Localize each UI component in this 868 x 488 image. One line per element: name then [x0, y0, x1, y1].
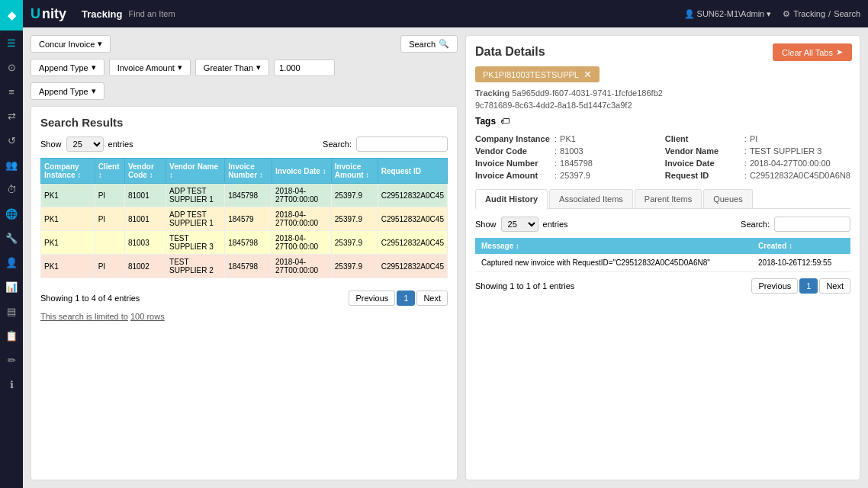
company-instance-label: Company Instance — [475, 134, 551, 143]
search-icon: 🔍 — [439, 39, 449, 49]
sidebar-item-grid[interactable]: ▤ — [0, 299, 23, 323]
detail-vendor-code: Vendor Code : 81003 — [475, 146, 657, 156]
sidebar-item-edit[interactable]: ✏ — [0, 348, 23, 372]
breadcrumb-sep: / — [828, 9, 831, 19]
sidebar-item-info[interactable]: ℹ — [0, 372, 23, 396]
prev-button[interactable]: Previous — [349, 291, 395, 306]
sidebar: ◆ ☰ ⊙ ≡ ⇄ ↺ 👥 ⏱ 🌐 🔧 👤 📊 ▤ 📋 ✏ ℹ — [0, 0, 23, 488]
detail-request-id: Request ID : C29512832A0C45D0A6N8 — [665, 171, 850, 180]
clear-all-tabs-button[interactable]: Clear All Tabs ➤ — [773, 43, 852, 61]
inner-page-1-button[interactable]: 1 — [799, 278, 818, 294]
table-row[interactable]: PK1PI81002TEST SUPPLIER 218457982018-04-… — [41, 255, 448, 278]
tag-icon: 🏷 — [500, 116, 510, 127]
showing-text: Showing — [40, 294, 72, 303]
table-search-row: Search: — [323, 136, 448, 152]
request-id-label: Request ID — [665, 171, 741, 180]
breadcrumb-search[interactable]: Search — [834, 9, 860, 19]
topbar: U nity Tracking Find an Item 👤 SUN62-M1\… — [23, 0, 868, 27]
note-link[interactable]: 100 rows — [130, 312, 165, 321]
left-panel: Concur Invoice ▾ Search 🔍 Append Type ▾ … — [31, 35, 458, 480]
greater-than-label: Greater Than — [204, 63, 253, 72]
sidebar-item-person[interactable]: 👤 — [0, 250, 23, 274]
user-name[interactable]: SUN62-M1\Admin — [697, 9, 765, 18]
inner-prev-button[interactable]: Previous — [751, 278, 798, 294]
inner-page-group: Previous 1 Next — [751, 278, 850, 294]
append-type-2-icon: ▾ — [92, 86, 96, 96]
request-id-value: C29512832A0C45D0A6N8 — [750, 171, 850, 180]
vendor-name-label: Vendor Name — [665, 146, 741, 156]
col-invoice-amount: Invoice Amount ↕ — [331, 159, 378, 184]
col-company: Company Instance ↕ — [41, 159, 95, 184]
page-1-button[interactable]: 1 — [397, 291, 415, 306]
sidebar-item-list[interactable]: ≡ — [0, 79, 23, 104]
col-vendor-code: Vendor Code ↕ — [124, 159, 166, 184]
table-search-label: Search: — [323, 140, 352, 149]
details-grid: Company Instance : PK1 Client : PI Vendo… — [475, 134, 850, 180]
topbar-right: 👤 SUN62-M1\Admin ▾ ⚙ Tracking / Search — [684, 9, 860, 19]
concur-invoice-button[interactable]: Concur Invoice ▾ — [31, 35, 111, 53]
sidebar-item-tools[interactable]: 🔧 — [0, 226, 23, 250]
sidebar-item-menu[interactable]: ☰ — [0, 30, 23, 55]
table-row[interactable]: PK1PI81001ADP TEST SUPPLIER 11845792018-… — [41, 207, 448, 231]
table-row[interactable]: PK181003TEST SUPPLIER 318457982018-04-27… — [41, 231, 448, 255]
audit-table: Message ↕ Created ↕ Captured new invoice… — [475, 238, 850, 272]
sidebar-item-users[interactable]: 👥 — [0, 152, 23, 177]
col-client: Client ↕ — [95, 159, 124, 184]
tab-parent-items[interactable]: Parent Items — [635, 189, 702, 208]
tab-queues[interactable]: Queues — [703, 189, 753, 208]
table-search-input[interactable] — [356, 136, 448, 152]
append-type-1-label: Append Type — [39, 63, 88, 72]
sidebar-item-timer[interactable]: ⏱ — [0, 177, 23, 201]
inner-next-button[interactable]: Next — [819, 278, 850, 294]
next-button[interactable]: Next — [416, 291, 448, 306]
entries-label: entries — [108, 140, 133, 149]
sidebar-item-globe[interactable]: 🌐 — [0, 201, 23, 226]
append-type-1-button[interactable]: Append Type ▾ — [31, 59, 104, 76]
logo-u: U — [31, 6, 40, 22]
concur-dropdown-icon: ▾ — [98, 39, 102, 49]
filter-value-input[interactable] — [274, 59, 335, 76]
sidebar-item-clipboard[interactable]: 📋 — [0, 323, 23, 348]
breadcrumb-tracking[interactable]: Tracking — [793, 9, 825, 19]
invoice-amount-button[interactable]: Invoice Amount ▾ — [109, 59, 191, 76]
user-label: 👤 SUN62-M1\Admin ▾ — [684, 9, 772, 19]
filter-row-1: Append Type ▾ Invoice Amount ▾ Greater T… — [31, 59, 458, 76]
inner-pagination: Showing 1 to 1 of 1 entries Previous 1 N… — [475, 278, 850, 294]
tag-pill: PK1PI81003TESTSUPPL ✕ — [475, 66, 600, 82]
greater-than-button[interactable]: Greater Than ▾ — [195, 59, 269, 76]
inner-show-row: Show 25 50 100 entries Search: — [475, 217, 850, 232]
filter-row-2: Append Type ▾ — [31, 82, 458, 100]
tracking-id-2-row: 9c781689-8c63-4dd2-8a18-5d1447c3a9f2 — [475, 101, 850, 110]
entries-select[interactable]: 25 50 100 — [66, 136, 104, 152]
tab-audit-history[interactable]: Audit History — [475, 189, 548, 209]
invoice-date-value: 2018-04-27T00:00:00 — [750, 159, 831, 168]
user-icon: 👤 — [684, 9, 697, 18]
vendor-code-label: Vendor Code — [475, 146, 551, 156]
inner-search-row: Search: — [741, 217, 850, 232]
tracking-id-2: 9c781689-8c63-4dd2-8a18-5d1447c3a9f2 — [475, 101, 632, 110]
tab-associated-items[interactable]: Associated Items — [549, 189, 633, 208]
tag-pill-text: PK1PI81003TESTSUPPL — [483, 70, 579, 79]
sidebar-item-refresh[interactable]: ↺ — [0, 128, 23, 152]
page-title: Tracking — [82, 8, 122, 20]
app-logo: ◆ — [0, 0, 23, 30]
inner-entries-select[interactable]: 25 50 100 — [501, 217, 538, 232]
detail-company-instance: Company Instance : PK1 — [475, 134, 657, 143]
audit-row: Captured new invoice with RequestID="C29… — [475, 254, 850, 272]
append-type-2-button[interactable]: Append Type ▾ — [31, 82, 104, 100]
inner-showing: Showing 1 to 1 of 1 entries — [475, 281, 574, 291]
tag-close-icon[interactable]: ✕ — [583, 69, 592, 80]
inner-search-input[interactable] — [774, 217, 850, 232]
company-instance-value: PK1 — [560, 134, 576, 143]
invoice-number-label: Invoice Number — [475, 159, 551, 168]
sidebar-item-dashboard[interactable]: ⊙ — [0, 55, 23, 79]
vendor-name-value: TEST SUPPLIER 3 — [750, 146, 822, 156]
home-icon: ⚙ — [783, 9, 790, 19]
inner-show-label: Show — [475, 220, 497, 229]
sidebar-item-transfer[interactable]: ⇄ — [0, 104, 23, 128]
sidebar-item-chart[interactable]: 📊 — [0, 274, 23, 299]
inner-entries-label: entries — [543, 220, 568, 229]
table-row[interactable]: PK1PI81001ADP TEST SUPPLIER 118457982018… — [41, 184, 448, 207]
tags-row: Tags 🏷 — [475, 116, 850, 127]
search-button[interactable]: Search 🔍 — [400, 35, 458, 53]
